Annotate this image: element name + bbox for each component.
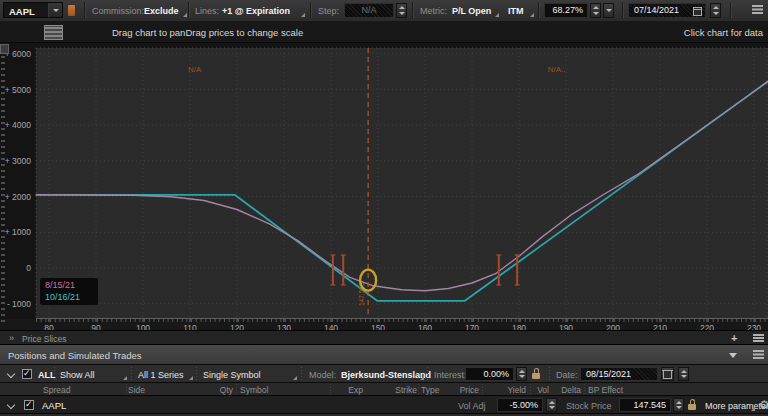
x-axis-label: 140 bbox=[324, 323, 338, 330]
chevron-down-icon bbox=[606, 9, 612, 12]
divider bbox=[530, 384, 531, 395]
aapl-checkbox[interactable]: ✓ bbox=[24, 400, 34, 410]
y-axis-label: 0 bbox=[26, 263, 31, 273]
positions-table-header: Spread Side Qty Symbol Exp Strike Type P… bbox=[0, 382, 768, 396]
divider bbox=[188, 2, 189, 18]
symbol-value: AAPL bbox=[9, 6, 35, 17]
x-axis-label: 80 bbox=[44, 323, 54, 330]
chart-scrollbar-handle[interactable] bbox=[0, 44, 9, 54]
dropdown-fold-icon bbox=[183, 13, 187, 17]
positions-menu-button[interactable] bbox=[753, 350, 765, 360]
probability-input[interactable]: 68.27% bbox=[544, 3, 588, 18]
chart-header: Drag chart to panDrag prices to change s… bbox=[0, 21, 768, 43]
vol-adj-input[interactable]: -5.00% bbox=[497, 398, 543, 412]
all-label: ALL bbox=[38, 370, 56, 380]
link-icon[interactable] bbox=[68, 5, 75, 16]
add-price-slice-button[interactable]: + bbox=[731, 332, 737, 344]
x-axis-label: 210 bbox=[653, 323, 667, 330]
column-header-exp: Exp bbox=[320, 385, 363, 395]
divider bbox=[622, 2, 623, 18]
divider bbox=[549, 367, 550, 381]
pl-chart[interactable]: + 6000+ 5000+ 4000+ 3000+ 2000+ 10000- 1… bbox=[0, 42, 768, 330]
vol-adj-stepper[interactable] bbox=[546, 398, 557, 412]
hamburger-icon bbox=[752, 5, 763, 7]
price-slices-menu-button[interactable] bbox=[753, 334, 765, 343]
chart-scrollbar-track[interactable] bbox=[1, 56, 5, 326]
model-date-calendar-button[interactable] bbox=[661, 367, 674, 381]
collapse-button[interactable] bbox=[729, 353, 737, 358]
dropdown-fold-icon bbox=[293, 376, 297, 380]
model-date-input[interactable]: 08/15/2021 bbox=[580, 367, 658, 381]
chevron-down-icon[interactable] bbox=[7, 370, 15, 378]
model-date-label: Date: bbox=[556, 370, 578, 380]
series-filter-dropdown[interactable]: All 1 Series bbox=[138, 370, 184, 380]
divider bbox=[131, 367, 132, 381]
symbol-filter-dropdown[interactable]: Single Symbol bbox=[203, 370, 261, 380]
x-axis-label: 200 bbox=[606, 323, 620, 330]
column-header-symbol: Symbol bbox=[240, 385, 268, 395]
dropdown-fold-icon bbox=[751, 407, 755, 411]
divider bbox=[584, 384, 585, 395]
divider bbox=[126, 384, 127, 395]
interest-input[interactable]: 0.00% bbox=[465, 367, 514, 381]
divider bbox=[730, 2, 731, 18]
y-axis-label: + 3000 bbox=[5, 156, 32, 166]
calendar-icon[interactable] bbox=[693, 7, 702, 16]
dropdown-fold-icon bbox=[123, 376, 127, 380]
divider bbox=[482, 384, 483, 395]
probability-stepper[interactable] bbox=[590, 3, 601, 18]
column-header-delta: Delta bbox=[544, 385, 581, 395]
commission-dropdown[interactable]: Exclude bbox=[144, 6, 179, 16]
na-label: N/A bbox=[188, 65, 202, 74]
toolbar-menu-button[interactable] bbox=[752, 5, 764, 16]
model-date-stepper[interactable] bbox=[678, 367, 689, 381]
stock-price-stepper[interactable] bbox=[673, 398, 684, 412]
itm-dropdown[interactable]: ITM bbox=[508, 6, 524, 16]
hamburger-icon bbox=[753, 350, 764, 352]
x-axis-label: 190 bbox=[559, 323, 573, 330]
price-slices-row[interactable]: » Price Slices + bbox=[0, 330, 768, 345]
x-axis-label: 220 bbox=[700, 323, 714, 330]
chevron-down-icon[interactable] bbox=[7, 401, 15, 409]
x-axis-label: 150 bbox=[371, 323, 385, 330]
divider bbox=[427, 367, 428, 381]
model-label: Model: bbox=[309, 370, 336, 380]
x-axis-label: 110 bbox=[183, 323, 197, 330]
divider bbox=[538, 2, 539, 18]
column-header-qty: Qty bbox=[196, 385, 233, 395]
stock-price-lock-icon[interactable] bbox=[688, 399, 697, 411]
na-label: N/A.. bbox=[548, 65, 566, 74]
date-input[interactable]: 07/14/2021 bbox=[628, 3, 706, 18]
symbol-dropdown-arrow[interactable] bbox=[48, 3, 62, 17]
interest-label: Interest: bbox=[434, 370, 467, 380]
probability-dropdown-button[interactable] bbox=[603, 3, 614, 18]
step-input[interactable]: N/A bbox=[344, 3, 394, 18]
model-dropdown[interactable]: Bjerksund-Stensland bbox=[341, 370, 431, 380]
stock-price-input[interactable]: 147.545 bbox=[619, 398, 671, 412]
x-axis-label: 120 bbox=[230, 323, 244, 330]
x-axis-label: 90 bbox=[91, 323, 101, 330]
top-toolbar: AAPL Commission: Exclude Lines: +1 @ Exp… bbox=[0, 0, 768, 22]
click-hint-text: Click chart for data bbox=[684, 27, 763, 38]
step-stepper[interactable] bbox=[396, 3, 407, 18]
date-value: 07/14/2021 bbox=[634, 5, 679, 15]
date-stepper[interactable] bbox=[710, 3, 721, 18]
x-axis-label: 170 bbox=[465, 323, 479, 330]
chevron-down-icon bbox=[53, 9, 59, 12]
symbol-combobox[interactable]: AAPL bbox=[3, 2, 63, 18]
metric-dropdown[interactable]: P/L Open bbox=[452, 6, 491, 16]
divider bbox=[301, 367, 302, 381]
plot-background[interactable] bbox=[36, 48, 768, 318]
check-icon: ✓ bbox=[23, 368, 31, 378]
divider bbox=[418, 384, 419, 395]
x-axis-label: 230 bbox=[747, 323, 761, 330]
interest-stepper[interactable] bbox=[516, 367, 527, 381]
lines-dropdown[interactable]: +1 @ Expiration bbox=[222, 6, 290, 16]
divider bbox=[236, 384, 237, 395]
show-all-dropdown[interactable]: Show All bbox=[60, 370, 95, 380]
interest-lock-icon[interactable] bbox=[532, 368, 541, 380]
column-header-bp-effect: BP Effect bbox=[588, 385, 623, 395]
all-checkbox[interactable]: ✓ bbox=[22, 369, 32, 379]
settings-gear-icon[interactable]: ⚙ bbox=[759, 398, 768, 412]
expand-icon[interactable]: » bbox=[9, 333, 14, 343]
